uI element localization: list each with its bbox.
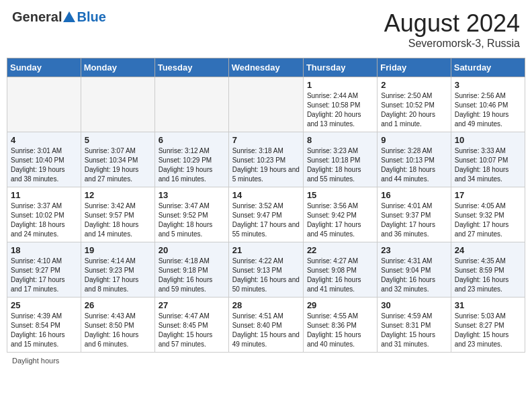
day-number: 8 [307, 135, 373, 145]
day-info: Sunrise: 3:33 AM Sunset: 10:07 PM Daylig… [455, 146, 521, 184]
calendar-day-header: Friday [378, 58, 451, 77]
calendar-day-header: Thursday [303, 58, 377, 77]
calendar-week-row: 18Sunrise: 4:10 AM Sunset: 9:27 PM Dayli… [7, 242, 525, 298]
calendar-day-header: Tuesday [154, 58, 228, 77]
calendar-cell: 17Sunrise: 4:05 AM Sunset: 9:32 PM Dayli… [451, 187, 525, 242]
calendar: SundayMondayTuesdayWednesdayThursdayFrid… [7, 58, 525, 353]
calendar-cell: 25Sunrise: 4:39 AM Sunset: 8:54 PM Dayli… [7, 298, 81, 353]
day-number: 4 [11, 135, 77, 145]
location: Severomorsk-3, Russia [384, 38, 520, 50]
day-info: Sunrise: 4:10 AM Sunset: 9:27 PM Dayligh… [11, 257, 77, 294]
day-info: Sunrise: 4:18 AM Sunset: 9:18 PM Dayligh… [159, 257, 225, 294]
day-number: 15 [307, 190, 373, 200]
calendar-cell: 6Sunrise: 3:12 AM Sunset: 10:29 PM Dayli… [154, 132, 228, 187]
day-number: 16 [381, 190, 447, 200]
day-info: Sunrise: 3:52 AM Sunset: 9:47 PM Dayligh… [232, 201, 300, 239]
day-number: 7 [232, 135, 300, 145]
calendar-cell: 14Sunrise: 3:52 AM Sunset: 9:47 PM Dayli… [228, 187, 303, 242]
day-info: Sunrise: 3:23 AM Sunset: 10:18 PM Daylig… [307, 146, 373, 184]
calendar-cell: 12Sunrise: 3:42 AM Sunset: 9:57 PM Dayli… [81, 187, 154, 242]
calendar-cell: 1Sunrise: 2:44 AM Sunset: 10:58 PM Dayli… [303, 77, 377, 132]
daylight-hours-label: Daylight hours [12, 357, 59, 365]
day-info: Sunrise: 3:01 AM Sunset: 10:40 PM Daylig… [11, 146, 77, 184]
calendar-cell: 28Sunrise: 4:51 AM Sunset: 8:40 PM Dayli… [228, 298, 303, 353]
day-info: Sunrise: 3:18 AM Sunset: 10:23 PM Daylig… [232, 146, 300, 184]
logo-icon [62, 10, 77, 28]
calendar-day-header: Monday [81, 58, 154, 77]
calendar-cell: 24Sunrise: 4:35 AM Sunset: 8:59 PM Dayli… [451, 242, 525, 298]
calendar-cell: 19Sunrise: 4:14 AM Sunset: 9:23 PM Dayli… [81, 242, 154, 298]
day-number: 13 [159, 190, 225, 200]
day-number: 11 [11, 190, 77, 200]
day-number: 26 [85, 300, 151, 310]
day-info: Sunrise: 3:37 AM Sunset: 10:02 PM Daylig… [11, 201, 77, 239]
day-info: Sunrise: 4:51 AM Sunset: 8:40 PM Dayligh… [232, 312, 300, 349]
day-number: 2 [381, 80, 447, 90]
calendar-cell: 11Sunrise: 3:37 AM Sunset: 10:02 PM Dayl… [7, 187, 81, 242]
logo-text-blue: Blue [77, 9, 105, 25]
calendar-cell [228, 77, 303, 132]
day-info: Sunrise: 3:07 AM Sunset: 10:34 PM Daylig… [85, 146, 151, 184]
calendar-week-row: 25Sunrise: 4:39 AM Sunset: 8:54 PM Dayli… [7, 298, 525, 353]
day-info: Sunrise: 4:31 AM Sunset: 9:04 PM Dayligh… [381, 257, 447, 294]
header: General Blue August 2024 Severomorsk-3, … [7, 7, 525, 52]
day-number: 5 [85, 135, 151, 145]
calendar-cell: 31Sunrise: 5:03 AM Sunset: 8:27 PM Dayli… [451, 298, 525, 353]
day-number: 19 [85, 245, 151, 255]
day-info: Sunrise: 4:35 AM Sunset: 8:59 PM Dayligh… [455, 257, 521, 294]
day-number: 20 [159, 245, 225, 255]
month-year: August 2024 [384, 9, 520, 38]
calendar-day-header: Saturday [451, 58, 525, 77]
day-info: Sunrise: 3:28 AM Sunset: 10:13 PM Daylig… [381, 146, 447, 184]
day-number: 25 [11, 300, 77, 310]
day-info: Sunrise: 4:43 AM Sunset: 8:50 PM Dayligh… [85, 312, 151, 349]
day-info: Sunrise: 4:59 AM Sunset: 8:31 PM Dayligh… [381, 312, 447, 349]
calendar-day-header: Wednesday [228, 58, 303, 77]
day-number: 14 [232, 190, 300, 200]
calendar-cell: 21Sunrise: 4:22 AM Sunset: 9:13 PM Dayli… [228, 242, 303, 298]
calendar-cell: 7Sunrise: 3:18 AM Sunset: 10:23 PM Dayli… [228, 132, 303, 187]
day-info: Sunrise: 4:01 AM Sunset: 9:37 PM Dayligh… [381, 201, 447, 239]
calendar-cell: 27Sunrise: 4:47 AM Sunset: 8:45 PM Dayli… [154, 298, 228, 353]
calendar-day-header: Sunday [7, 58, 81, 77]
day-info: Sunrise: 4:22 AM Sunset: 9:13 PM Dayligh… [232, 257, 300, 294]
calendar-cell [7, 77, 81, 132]
title-area: August 2024 Severomorsk-3, Russia [384, 9, 520, 50]
day-number: 3 [455, 80, 521, 90]
calendar-cell: 23Sunrise: 4:31 AM Sunset: 9:04 PM Dayli… [378, 242, 451, 298]
day-number: 31 [455, 300, 521, 310]
day-info: Sunrise: 4:05 AM Sunset: 9:32 PM Dayligh… [455, 201, 521, 239]
day-info: Sunrise: 4:55 AM Sunset: 8:36 PM Dayligh… [307, 312, 373, 349]
logo: General Blue [12, 9, 106, 28]
day-number: 28 [232, 300, 300, 310]
day-number: 6 [159, 135, 225, 145]
day-info: Sunrise: 3:56 AM Sunset: 9:42 PM Dayligh… [307, 201, 373, 239]
day-info: Sunrise: 2:50 AM Sunset: 10:52 PM Daylig… [381, 91, 447, 129]
calendar-cell: 15Sunrise: 3:56 AM Sunset: 9:42 PM Dayli… [303, 187, 377, 242]
day-info: Sunrise: 4:39 AM Sunset: 8:54 PM Dayligh… [11, 312, 77, 349]
day-info: Sunrise: 4:47 AM Sunset: 8:45 PM Dayligh… [159, 312, 225, 349]
calendar-week-row: 11Sunrise: 3:37 AM Sunset: 10:02 PM Dayl… [7, 187, 525, 242]
calendar-cell: 4Sunrise: 3:01 AM Sunset: 10:40 PM Dayli… [7, 132, 81, 187]
day-info: Sunrise: 2:56 AM Sunset: 10:46 PM Daylig… [455, 91, 521, 129]
day-info: Sunrise: 3:42 AM Sunset: 9:57 PM Dayligh… [85, 201, 151, 239]
calendar-cell: 3Sunrise: 2:56 AM Sunset: 10:46 PM Dayli… [451, 77, 525, 132]
day-number: 18 [11, 245, 77, 255]
calendar-week-row: 4Sunrise: 3:01 AM Sunset: 10:40 PM Dayli… [7, 132, 525, 187]
day-info: Sunrise: 5:03 AM Sunset: 8:27 PM Dayligh… [455, 312, 521, 349]
day-number: 30 [381, 300, 447, 310]
calendar-cell: 20Sunrise: 4:18 AM Sunset: 9:18 PM Dayli… [154, 242, 228, 298]
calendar-cell: 26Sunrise: 4:43 AM Sunset: 8:50 PM Dayli… [81, 298, 154, 353]
day-number: 24 [455, 245, 521, 255]
calendar-cell: 13Sunrise: 3:47 AM Sunset: 9:52 PM Dayli… [154, 187, 228, 242]
calendar-cell: 5Sunrise: 3:07 AM Sunset: 10:34 PM Dayli… [81, 132, 154, 187]
day-number: 27 [159, 300, 225, 310]
day-number: 1 [307, 80, 373, 90]
calendar-cell: 29Sunrise: 4:55 AM Sunset: 8:36 PM Dayli… [303, 298, 377, 353]
day-number: 9 [381, 135, 447, 145]
logo-text-general: General [12, 9, 62, 24]
calendar-cell: 18Sunrise: 4:10 AM Sunset: 9:27 PM Dayli… [7, 242, 81, 298]
day-info: Sunrise: 3:47 AM Sunset: 9:52 PM Dayligh… [159, 201, 225, 239]
footer-note: Daylight hours [7, 357, 525, 365]
day-info: Sunrise: 3:12 AM Sunset: 10:29 PM Daylig… [159, 146, 225, 184]
